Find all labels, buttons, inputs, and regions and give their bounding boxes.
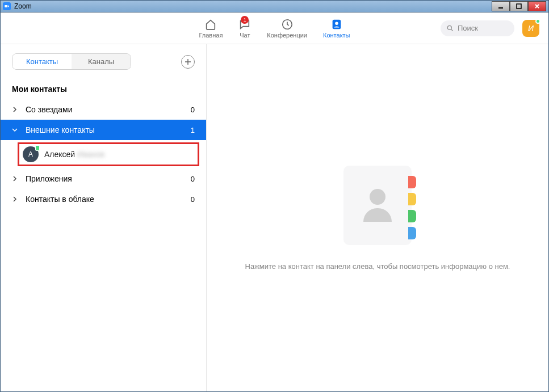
- chevron-right-icon: [12, 107, 20, 112]
- nav-tab-home[interactable]: Главная: [199, 18, 223, 39]
- group-label: Контакты в облаке: [26, 195, 191, 204]
- avatar-initial: И: [528, 24, 534, 33]
- chevron-right-icon: [12, 176, 20, 182]
- empty-state-text: Нажмите на контакт на панели слева, чтоб…: [245, 262, 510, 271]
- empty-illustration: [343, 166, 412, 245]
- group-label: Внешние контакты: [26, 125, 191, 134]
- nav-label: Главная: [199, 32, 223, 39]
- nav-label: Контакты: [323, 32, 350, 39]
- group-cloud[interactable]: Контакты в облаке 0: [1, 189, 206, 209]
- nav-label: Чат: [240, 32, 250, 39]
- group-starred[interactable]: Со звездами 0: [1, 99, 206, 120]
- group-label: Со звездами: [26, 105, 191, 114]
- user-avatar[interactable]: И: [522, 20, 539, 37]
- nav-tab-contacts[interactable]: Контакты: [323, 18, 350, 39]
- svg-rect-0: [5, 5, 7, 7]
- group-count: 0: [191, 195, 195, 204]
- status-indicator: [35, 145, 40, 151]
- app-icon: [3, 2, 11, 10]
- search-input[interactable]: Поиск: [441, 20, 514, 36]
- group-external[interactable]: Внешние контакты 1: [1, 120, 206, 140]
- search-icon: [446, 24, 454, 32]
- chevron-down-icon: [12, 127, 20, 133]
- group-count: 0: [191, 175, 195, 183]
- subtab-contacts[interactable]: Контакты: [12, 54, 72, 69]
- nav-tab-chat[interactable]: 1 Чат: [238, 18, 251, 39]
- svg-rect-2: [517, 4, 521, 9]
- plus-icon: [185, 58, 191, 65]
- window-titlebar: Zoom: [0, 0, 549, 12]
- content-pane: Нажмите на контакт на панели слева, чтоб…: [207, 44, 548, 391]
- chevron-right-icon: [12, 196, 20, 202]
- contacts-icon: [330, 18, 343, 31]
- status-indicator: [535, 19, 540, 24]
- home-icon: [204, 18, 217, 31]
- top-navigation: Главная 1 Чат Конференции Контакты Поиск: [1, 12, 548, 44]
- add-contact-button[interactable]: [181, 55, 195, 69]
- group-count: 0: [191, 106, 195, 114]
- window-maximize-button[interactable]: [510, 1, 528, 11]
- svg-point-8: [447, 26, 451, 29]
- svg-line-9: [451, 29, 453, 31]
- group-label: Приложения: [26, 174, 191, 183]
- clock-icon: [281, 18, 294, 31]
- section-title: Мои контакты: [1, 77, 206, 99]
- window-title: Zoom: [14, 2, 32, 10]
- contact-avatar: А: [23, 146, 39, 162]
- contact-item[interactable]: А Алексей Иванов: [18, 142, 199, 166]
- contacts-sidebar: Контакты Каналы Мои контакты Со звездами…: [1, 44, 207, 391]
- contact-initial: А: [28, 150, 33, 158]
- nav-tab-meetings[interactable]: Конференции: [267, 18, 307, 39]
- subtabs: Контакты Каналы: [12, 53, 131, 70]
- subtab-channels[interactable]: Каналы: [72, 54, 131, 69]
- group-count: 1: [191, 126, 195, 134]
- chat-badge: 1: [241, 16, 249, 24]
- window-close-button[interactable]: [528, 1, 546, 11]
- contact-name: Алексей Иванов: [44, 150, 104, 159]
- person-icon: [370, 189, 385, 205]
- svg-point-7: [335, 22, 338, 25]
- window-minimize-button[interactable]: [492, 1, 510, 11]
- search-placeholder: Поиск: [458, 24, 478, 32]
- nav-label: Конференции: [267, 32, 307, 39]
- group-apps[interactable]: Приложения 0: [1, 168, 206, 189]
